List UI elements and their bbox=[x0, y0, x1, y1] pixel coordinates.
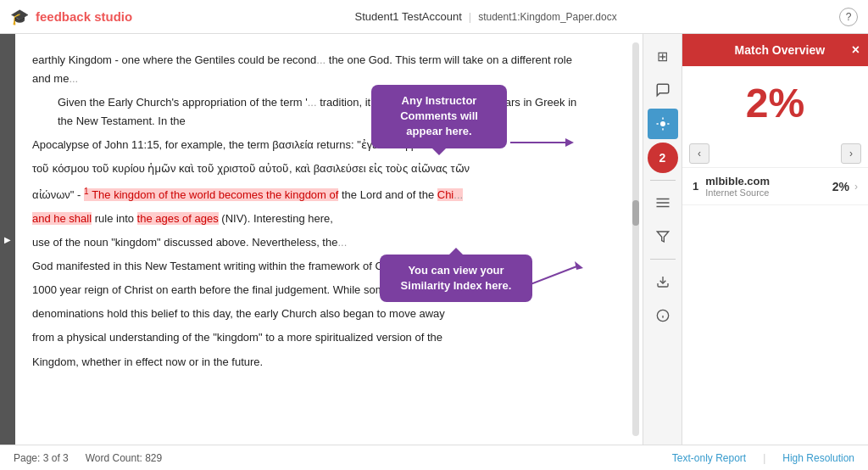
match-next-button[interactable]: › bbox=[841, 143, 861, 164]
toolbar-divider2 bbox=[650, 259, 676, 260]
footer-right: Text-only Report | High Resolution bbox=[672, 452, 854, 464]
file-name: student1:Kingdom_Paper.docx bbox=[478, 11, 616, 23]
download-button[interactable] bbox=[648, 266, 678, 297]
toolbar-divider bbox=[650, 180, 676, 181]
match-close-button[interactable]: × bbox=[852, 42, 860, 58]
match-chevron-icon: › bbox=[854, 181, 858, 193]
main-area: ▶ earthly Kingdom - one where the Gentil… bbox=[0, 34, 868, 445]
match-percentage: 2% bbox=[682, 66, 868, 140]
info-button[interactable] bbox=[648, 300, 678, 331]
layers-button[interactable]: ⊞ bbox=[648, 41, 678, 71]
header: 🎓 feedback studio Student1 TestAccount |… bbox=[0, 0, 868, 34]
word-count: Word Count: 829 bbox=[86, 452, 163, 464]
match-prev-button[interactable]: ‹ bbox=[689, 143, 709, 164]
help-icon[interactable]: ? bbox=[839, 8, 858, 26]
match-source-type: Internet Source bbox=[705, 187, 832, 198]
match-percentage-value: 2% bbox=[832, 180, 849, 193]
filter-button[interactable] bbox=[648, 221, 678, 252]
document-area: earthly Kingdom - one where the Gentiles… bbox=[15, 34, 643, 445]
match-navigation: ‹ › bbox=[682, 140, 868, 168]
header-center: Student1 TestAccount | student1:Kingdom_… bbox=[355, 10, 617, 23]
match-overview-header: Match Overview × bbox=[682, 34, 868, 66]
match-source-name: mlbible.com bbox=[705, 175, 832, 187]
document-scrollbar[interactable] bbox=[632, 42, 639, 436]
match-list: 1 mlbible.com Internet Source 2% › bbox=[682, 168, 868, 445]
left-sidebar[interactable]: ▶ bbox=[0, 34, 15, 445]
svg-point-4 bbox=[660, 122, 665, 126]
match-index: 1 bbox=[693, 180, 698, 193]
match-overview-panel: Match Overview × 2% ‹ › 1 mlbible.com In… bbox=[682, 34, 868, 445]
comment-button[interactable] bbox=[648, 75, 678, 105]
header-left: 🎓 feedback studio bbox=[10, 8, 132, 26]
text-only-report-link[interactable]: Text-only Report bbox=[672, 452, 746, 464]
similarity-number[interactable]: 2 bbox=[648, 143, 678, 173]
highlight-button[interactable] bbox=[648, 109, 678, 139]
footer: Page: 3 of 3 Word Count: 829 Text-only R… bbox=[0, 445, 868, 470]
match-item[interactable]: 1 mlbible.com Internet Source 2% › bbox=[682, 168, 868, 205]
high-resolution-link[interactable]: High Resolution bbox=[782, 452, 854, 464]
instructor-comment-bubble: Any Instructor Comments will appear here… bbox=[371, 85, 507, 148]
scrollbar-thumb bbox=[632, 200, 639, 226]
match-overview-title: Match Overview bbox=[735, 43, 826, 57]
student-name: Student1 TestAccount bbox=[355, 10, 462, 23]
app-title: feedback studio bbox=[36, 9, 132, 24]
page-info: Page: 3 of 3 bbox=[14, 452, 69, 464]
similarity-index-bubble: You can view your Similarity Index here. bbox=[380, 255, 532, 302]
document-content: earthly Kingdom - one where the Gentiles… bbox=[32, 51, 592, 372]
match-info: mlbible.com Internet Source bbox=[705, 175, 832, 198]
logo-icon: 🎓 bbox=[10, 8, 29, 26]
right-toolbar: ⊞ 2 bbox=[643, 34, 682, 445]
svg-marker-8 bbox=[657, 232, 668, 242]
rubric-button[interactable] bbox=[648, 187, 678, 218]
